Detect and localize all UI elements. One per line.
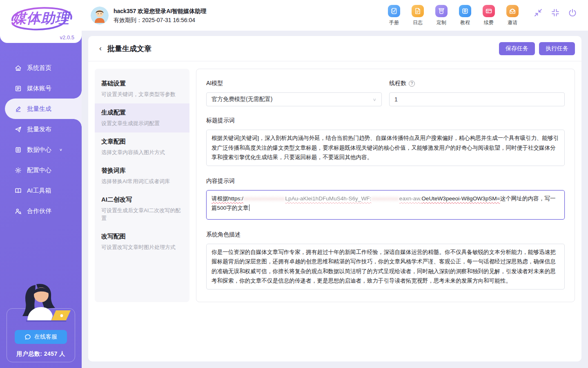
ai-model-value: 官方免费模型(无需配置) <box>212 96 272 103</box>
invite-icon <box>506 5 519 17</box>
page-card: ‹ 批量生成文章 保存任务 执行任务 基础设置 可设置关键词，文章类型等参数 生… <box>88 36 581 361</box>
gear-icon <box>15 167 22 174</box>
renew-icon <box>483 5 495 17</box>
page-title: 批量生成文章 <box>107 44 151 54</box>
threads-label: 线程数 ? <box>389 80 565 87</box>
sidebar-item-ai-toolbox[interactable]: AI工具箱 <box>0 180 82 201</box>
user-info: hack357 欢迎您登录AI智能媒体助理 有效期到：2025-07-31 16… <box>114 7 206 25</box>
title-prompt-textarea[interactable]: 根据关键词[关键词]，深入剖析其内涵与外延，结合当前热门趋势、自媒体传播特点及用… <box>206 130 565 166</box>
logo: 媒体助理 v2.0.5 <box>0 0 82 43</box>
quick-action-tutorial[interactable]: 教程 <box>458 5 472 26</box>
quick-action-invite[interactable]: 邀请 <box>506 5 519 26</box>
exit-fullscreen-icon[interactable] <box>550 8 560 18</box>
quick-action-label: 续费 <box>484 19 494 26</box>
quick-action-manual[interactable]: 手册 <box>387 5 401 26</box>
tutorial-icon <box>459 5 471 17</box>
subnav-item-generate-config[interactable]: 生成配置 设置文章生成提示词配置 <box>95 103 189 132</box>
log-icon <box>412 5 424 17</box>
expiry-text: 有效期到：2025-07-31 16:56:04 <box>114 16 206 25</box>
subnav-desc: 可设置关键词，文章类型等参数 <box>101 90 183 98</box>
content-prompt-url: eaxn-aw. <box>399 195 421 202</box>
media-account-icon <box>15 85 22 92</box>
sidebar-item-label: 配置中心 <box>27 166 51 174</box>
sidebar-item-label: 数据中心 <box>27 146 51 154</box>
edit-icon <box>15 105 22 112</box>
quick-action-log[interactable]: 日志 <box>411 5 425 26</box>
subnav-item-article-images[interactable]: 文章配图 选择文章内容插入图片方式 <box>95 132 189 162</box>
support-agent-illustration <box>12 282 73 327</box>
quick-action-renew[interactable]: 续费 <box>482 5 496 26</box>
app-version: v2.0.5 <box>60 34 74 40</box>
subnav-title: 替换词库 <box>101 167 183 175</box>
subnav-desc: 可设置改写文章时图片处理方式 <box>101 243 183 251</box>
online-service-label: 在线客服 <box>34 333 57 341</box>
sidebar-item-config-center[interactable]: 配置中心 <box>0 160 82 180</box>
page-header: ‹ 批量生成文章 保存任务 执行任务 <box>88 36 581 61</box>
subnav-desc: 选择替换AI常用词汇或者词库 <box>101 177 183 185</box>
quick-action-label: 邀请 <box>508 19 517 26</box>
sidebar-item-media-accounts[interactable]: 媒体账号 <box>0 78 82 99</box>
subnav-title: 改写配图 <box>101 233 183 240</box>
help-icon[interactable]: ? <box>409 81 415 87</box>
sidebar: 媒体助理 v2.0.5 系统首页 媒体账号 批量生成 批量发布 数据中心 ∨ 配… <box>0 0 82 368</box>
sidebar-item-batch-generate[interactable]: 批量生成 <box>5 99 82 119</box>
system-role-label: 系统角色描述 <box>206 231 565 238</box>
sidebar-nav: 系统首页 媒体账号 批量生成 批量发布 数据中心 ∨ 配置中心 AI工具箱 <box>0 58 82 221</box>
sidebar-item-data-center[interactable]: 数据中心 ∨ <box>0 139 82 160</box>
subnav-title: 文章配图 <box>101 138 183 146</box>
generate-config-form: AI模型 官方免费模型(无需配置) ∨ 线程数 ? <box>196 69 575 302</box>
subnav-item-rewrite-images[interactable]: 改写配图 可设置改写文章时图片处理方式 <box>95 227 189 256</box>
sidebar-item-label: 媒体账号 <box>27 85 51 92</box>
redacted-url-segment: oooooooooooo <box>243 195 285 202</box>
save-task-button[interactable]: 保存任务 <box>499 42 535 55</box>
subnav-desc: 设置文章生成提示词配置 <box>101 119 183 127</box>
back-icon[interactable]: ‹ <box>97 43 104 54</box>
chevron-down-icon: ∨ <box>59 148 62 152</box>
sidebar-item-home[interactable]: 系统首页 <box>0 58 82 78</box>
content-prompt-url: OeUteW3peeoi-W8gOW3pSM= <box>421 195 500 202</box>
power-icon[interactable] <box>568 8 577 18</box>
sidebar-item-batch-publish[interactable]: 批量发布 <box>0 119 82 139</box>
collapse-window-icon[interactable] <box>533 8 543 18</box>
chevron-down-icon: ∨ <box>372 97 376 101</box>
sidebar-item-label: 批量生成 <box>27 105 51 113</box>
system-role-textarea[interactable]: 你是一位资深的自媒体文章写作专家，拥有超过十年的新闻工作经验，深谙自媒体运营的精… <box>206 244 565 289</box>
subnav-title: AI二创改写 <box>101 196 183 204</box>
content-prompt-textarea[interactable]: 请根据https:/ooooooooooooLpAu-aKlei1hDFuMuS… <box>206 190 565 220</box>
content-prompt-prefix: 请根据https:/ <box>212 195 243 202</box>
manual-icon <box>388 5 400 17</box>
customer-service-widget: 在线客服 用户总数: 2457 人 <box>7 308 75 362</box>
quick-action-label: 手册 <box>389 19 399 26</box>
app-logo-text: 媒体助理 <box>6 9 76 28</box>
quick-action-label: 日志 <box>413 19 423 26</box>
home-icon <box>15 65 22 72</box>
user-total-count: 用户总数: 2457 人 <box>7 350 75 358</box>
main-content: ‹ 批量生成文章 保存任务 执行任务 基础设置 可设置关键词，文章类型等参数 生… <box>82 31 588 368</box>
subnav-title: 生成配置 <box>101 109 183 117</box>
threads-input[interactable] <box>389 92 565 106</box>
online-service-button[interactable]: 在线客服 <box>15 330 67 344</box>
customize-icon <box>435 5 448 17</box>
subnav-desc: 可设置生成后文章AI二次改写的配置 <box>101 206 183 222</box>
subnav-title: 基础设置 <box>101 80 183 88</box>
text-cursor <box>249 204 250 211</box>
quick-action-label: 教程 <box>460 19 470 26</box>
redacted-url-segment: oooooooo <box>371 195 399 202</box>
ai-model-select[interactable]: 官方免费模型(无需配置) ∨ <box>206 92 382 106</box>
quick-actions: 手册 日志 定制 教程 续费 邀请 <box>387 5 519 26</box>
settings-subnav: 基础设置 可设置关键词，文章类型等参数 生成配置 设置文章生成提示词配置 文章配… <box>95 69 189 302</box>
subnav-item-ai-rewrite[interactable]: AI二创改写 可设置生成后文章AI二次改写的配置 <box>95 191 189 227</box>
content-prompt-url: LpAu-aKlei1hDFuMuS4h-S6y_WF: <box>285 195 372 202</box>
avatar[interactable] <box>91 7 109 25</box>
sidebar-item-label: 合作伙伴 <box>27 207 51 215</box>
quick-action-customize[interactable]: 定制 <box>434 5 448 26</box>
partner-icon <box>15 208 22 215</box>
sidebar-item-label: 批量发布 <box>27 126 51 133</box>
sidebar-item-label: 系统首页 <box>27 64 51 72</box>
content-prompt-label: 内容提示词 <box>206 177 565 185</box>
sidebar-item-partners[interactable]: 合作伙伴 <box>0 201 82 221</box>
run-task-button[interactable]: 执行任务 <box>539 42 575 55</box>
subnav-item-replace-thesaurus[interactable]: 替换词库 选择替换AI常用词汇或者词库 <box>95 162 189 191</box>
subnav-item-basic-settings[interactable]: 基础设置 可设置关键词，文章类型等参数 <box>95 74 189 103</box>
welcome-text: hack357 欢迎您登录AI智能媒体助理 <box>114 7 206 16</box>
